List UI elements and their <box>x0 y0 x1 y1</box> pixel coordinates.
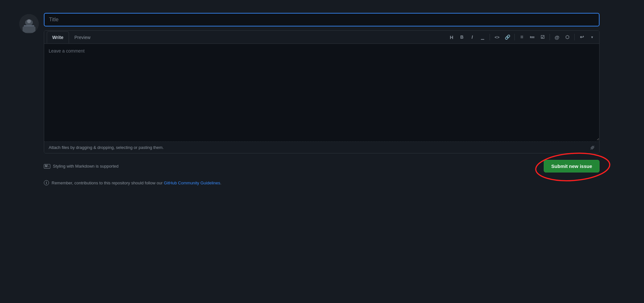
info-icon: i <box>44 180 49 185</box>
footer-bar: M↓ Styling with Markdown is supported Su… <box>44 157 600 175</box>
comment-textarea[interactable] <box>44 44 599 141</box>
community-guidelines-link[interactable]: GitHub Community Guidelines <box>164 181 220 185</box>
toolbar-divider-1 <box>490 34 490 40</box>
resize-handle-icon[interactable] <box>590 145 595 150</box>
svg-rect-2 <box>23 26 35 33</box>
task-list-icon[interactable]: ☑ <box>538 33 547 42</box>
markdown-info: M↓ Styling with Markdown is supported <box>44 164 119 169</box>
italic-icon[interactable]: I <box>468 33 477 42</box>
heading-icon[interactable]: H <box>447 33 456 42</box>
attach-files-text: Attach files by dragging & dropping, sel… <box>49 145 164 150</box>
undo-icon[interactable]: ↩︎ <box>577 33 586 42</box>
tabs-toolbar: Write Preview H B I ⎯ <> 🔗 ≡ ≔ ☑ @ <box>44 31 599 44</box>
svg-rect-4 <box>24 25 34 26</box>
editor-area: RaiseHigh @githubusername Write Preview … <box>44 13 600 187</box>
reference-icon[interactable]: ⬡ <box>563 33 572 42</box>
mention-icon[interactable]: @ <box>552 33 561 42</box>
tab-preview[interactable]: Preview <box>69 31 96 43</box>
tab-write[interactable]: Write <box>47 31 69 43</box>
numbered-list-icon[interactable]: ≔ <box>528 33 537 42</box>
main-container: RaiseHigh @githubusername Write Preview … <box>19 13 600 187</box>
toolbar-icons: H B I ⎯ <> 🔗 ≡ ≔ ☑ @ ⬡ ↩︎ ▼ <box>447 31 597 44</box>
bullet-list-icon[interactable]: ≡ <box>517 33 526 42</box>
title-input[interactable]: RaiseHigh @githubusername <box>44 13 600 26</box>
markdown-icon: M↓ <box>44 164 50 169</box>
tabs: Write Preview <box>47 31 96 43</box>
link-icon[interactable]: 🔗 <box>503 33 512 42</box>
undo-dropdown-icon[interactable]: ▼ <box>588 33 597 42</box>
community-notice-text: Remember, contributions to this reposito… <box>52 181 221 185</box>
submit-new-issue-button[interactable]: Submit new issue <box>544 160 600 172</box>
code-icon[interactable]: <> <box>493 33 502 42</box>
comment-textarea-wrapper <box>44 44 599 142</box>
toolbar-divider-3 <box>550 34 550 40</box>
svg-point-3 <box>27 19 31 23</box>
community-notice: i Remember, contributions to this reposi… <box>44 179 600 187</box>
toolbar-divider-2 <box>514 34 515 40</box>
markdown-label: Styling with Markdown is supported <box>53 164 119 169</box>
strikethrough-icon[interactable]: ⎯ <box>478 33 487 42</box>
write-preview-container: Write Preview H B I ⎯ <> 🔗 ≡ ≔ ☑ @ <box>44 30 600 153</box>
submit-area: Submit new issue <box>544 160 600 172</box>
avatar <box>19 14 39 34</box>
attach-files-bar[interactable]: Attach files by dragging & dropping, sel… <box>44 142 599 153</box>
toolbar-divider-4 <box>574 34 575 40</box>
bold-icon[interactable]: B <box>457 33 466 42</box>
